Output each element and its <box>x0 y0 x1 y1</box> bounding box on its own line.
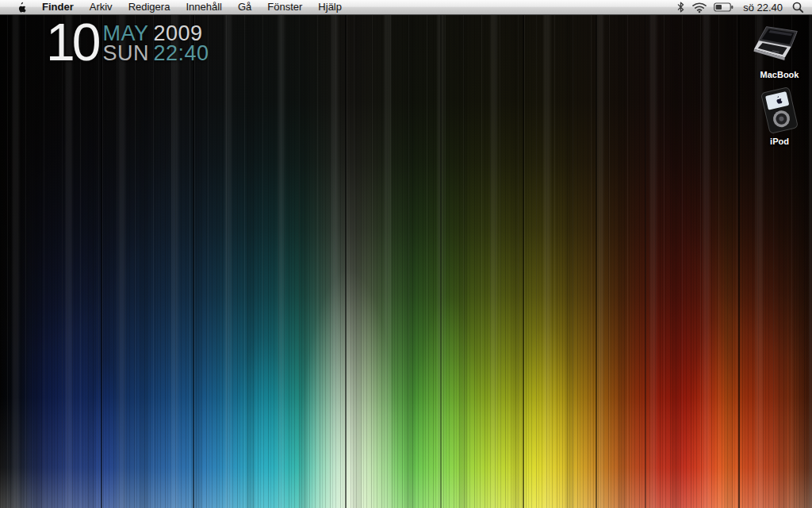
desktop-icon-macbook[interactable]: MacBook <box>749 22 810 79</box>
apple-menu[interactable] <box>8 0 34 14</box>
wifi-icon <box>692 2 707 13</box>
desktop-icon-ipod[interactable]: iPod <box>749 89 810 146</box>
widget-time: 22:40 <box>153 44 209 64</box>
menu-item-ga[interactable]: Gå <box>230 0 259 14</box>
wifi-menu-extra[interactable] <box>692 0 707 14</box>
ipod-classic-icon <box>755 87 804 135</box>
menu-item-fonster[interactable]: Fönster <box>259 0 310 14</box>
widget-weekday: SUN <box>102 44 153 64</box>
date-time-widget: 10 MAY 2009 SUN 22:40 <box>46 20 209 64</box>
spotlight-menu-extra[interactable] <box>792 0 804 14</box>
apple-icon <box>16 2 26 13</box>
bluetooth-menu-extra[interactable] <box>676 0 685 14</box>
menu-bar-clock[interactable]: sö 22.40 <box>741 2 785 13</box>
menu-bar: Finder Arkiv Redigera Innehåll Gå Fönste… <box>0 0 812 15</box>
macbook-laptop-icon <box>753 24 806 65</box>
bluetooth-icon <box>676 1 685 13</box>
desktop-icon-label: MacBook <box>760 70 799 79</box>
battery-icon <box>714 2 733 12</box>
desktop: Finder Arkiv Redigera Innehåll Gå Fönste… <box>0 0 812 508</box>
wallpaper-plank-seams <box>0 0 812 508</box>
menu-item-finder[interactable]: Finder <box>34 0 82 14</box>
menu-item-redigera[interactable]: Redigera <box>121 0 178 14</box>
battery-menu-extra[interactable] <box>714 0 733 14</box>
spotlight-search-icon <box>792 2 804 13</box>
menu-item-innehall[interactable]: Innehåll <box>178 0 230 14</box>
desktop-icon-label: iPod <box>770 137 789 146</box>
widget-day: 10 <box>46 20 98 64</box>
menu-item-hjalp[interactable]: Hjälp <box>310 0 350 14</box>
menu-item-arkiv[interactable]: Arkiv <box>82 0 121 14</box>
